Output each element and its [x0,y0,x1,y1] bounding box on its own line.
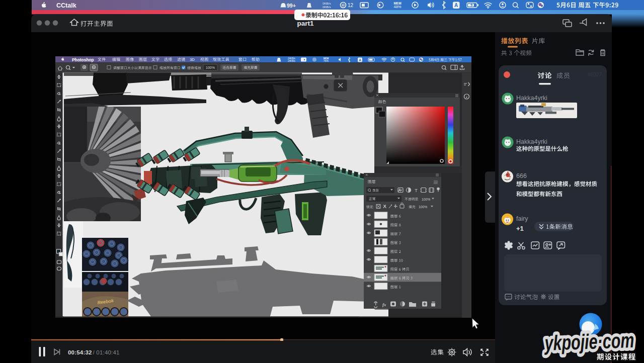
svg-text:99+: 99+ [287,3,296,9]
svg-text:fx: fx [382,302,386,307]
svg-text:T: T [415,188,418,193]
svg-text:00:54:32: 00:54:32 [68,349,92,355]
svg-text:/ 01:40:41: / 01:40:41 [93,349,120,355]
svg-text:3D: 3D [190,57,195,62]
svg-text:666: 666 [516,172,527,179]
svg-text:12: 12 [348,3,354,8]
svg-text:24KB/s: 24KB/s [288,60,296,62]
svg-text:#0327: #0327 [588,72,602,77]
svg-text:0KB/s: 0KB/s [323,2,331,5]
svg-text:+1: +1 [516,225,524,232]
svg-text:Hakka4yrki: Hakka4yrki [516,95,547,102]
svg-text:ykpojie·com: ykpojie·com [543,328,634,355]
svg-text:A: A [454,3,458,8]
svg-text:Hakka4yrki: Hakka4yrki [516,138,547,145]
svg-text:100%: 100% [419,205,427,209]
svg-text:0KB/s: 0KB/s [323,5,331,9]
svg-text:76%: 76% [324,59,329,62]
svg-text:100%: 100% [422,198,430,201]
svg-text:CCtalk: CCtalk [56,2,76,9]
svg-text:fairy: fairy [516,215,528,222]
svg-text:Photoshop: Photoshop [72,57,94,62]
svg-text:100%: 100% [206,66,215,69]
svg-text:48%: 48% [393,5,401,9]
svg-text:part1: part1 [297,20,314,27]
svg-text:A: A [359,58,361,62]
